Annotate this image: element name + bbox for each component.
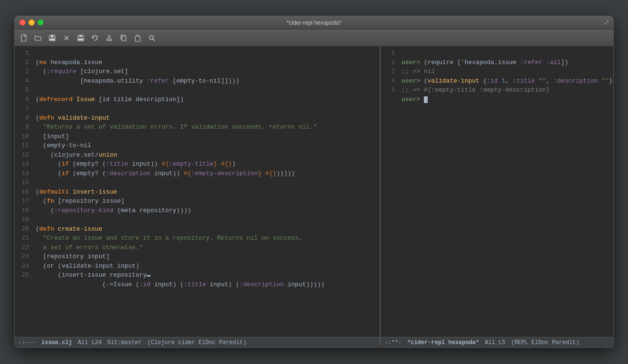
svg-line-12: [108, 35, 109, 39]
right-line-numbers: 12345: [381, 47, 398, 337]
left-pane: 12345 678910 1112131415 1617181920 21222…: [15, 47, 381, 347]
copy-button[interactable]: [117, 32, 130, 44]
minimize-button-tl[interactable]: [28, 19, 35, 26]
right-pane: 12345 user> (require ['hexapoda.issue :r…: [381, 47, 613, 347]
right-position: All L5: [485, 339, 505, 346]
svg-point-10: [107, 39, 109, 41]
svg-line-13: [109, 35, 111, 39]
right-status-bar: -:**- *cider-repl hexapoda* All L5 (REPL…: [381, 337, 613, 347]
svg-rect-7: [79, 35, 82, 37]
window-title: *cider-repl hexapoda*: [287, 19, 341, 26]
svg-rect-0: [21, 35, 26, 41]
undo-button[interactable]: [89, 32, 101, 44]
save-file-button[interactable]: [46, 32, 58, 44]
left-status-bar: -:--- issue.clj All L24 Git:master (Cloj…: [15, 337, 380, 347]
right-status-info: -:**- *cider-repl hexapoda* All L5 (REPL…: [381, 339, 613, 346]
svg-rect-14: [122, 36, 126, 41]
save-as-button[interactable]: *: [75, 32, 87, 44]
left-line-numbers: 12345 678910 1112131415 1617181920 21222…: [15, 47, 32, 337]
expand-icon[interactable]: ⤢: [604, 19, 609, 27]
close-file-button[interactable]: [60, 32, 73, 44]
left-code-content[interactable]: (ns hexapoda.issue (:require [clojure.se…: [32, 47, 380, 337]
svg-text:*: *: [82, 38, 84, 42]
cut-button[interactable]: [103, 32, 115, 44]
left-position: All L24: [78, 339, 102, 346]
right-code-area[interactable]: 12345 user> (require ['hexapoda.issue :r…: [381, 47, 613, 337]
svg-rect-3: [50, 38, 55, 40]
left-branch: Git:master: [107, 339, 141, 346]
paste-button[interactable]: [131, 32, 144, 44]
left-minor-modes: (Clojure cider ElDoc Paredit): [147, 339, 246, 346]
left-mode: -:---: [19, 339, 36, 346]
svg-point-11: [110, 39, 112, 41]
new-file-button[interactable]: [18, 32, 30, 44]
right-filename: *cider-repl hexapoda*: [407, 339, 479, 346]
svg-rect-2: [51, 35, 54, 37]
left-status-info: -:--- issue.clj All L24 Git:master (Cloj…: [15, 339, 380, 346]
svg-rect-15: [135, 36, 140, 41]
main-window: *cider-repl hexapoda* ⤢: [14, 16, 614, 348]
close-button-tl[interactable]: [19, 19, 26, 26]
traffic-lights: [19, 19, 44, 26]
title-bar: *cider-repl hexapoda* ⤢: [15, 16, 613, 29]
left-code-area[interactable]: 12345 678910 1112131415 1617181920 21222…: [15, 47, 380, 337]
right-mode: -:**-: [384, 339, 402, 346]
svg-line-17: [153, 39, 155, 41]
open-file-button[interactable]: [32, 32, 44, 44]
maximize-button-tl[interactable]: [37, 19, 44, 26]
editor-area: 12345 678910 1112131415 1617181920 21222…: [15, 47, 613, 347]
toolbar: *: [15, 29, 613, 47]
left-filename: issue.clj: [41, 339, 72, 346]
right-minor-modes: (REPL ElDoc Paredit): [511, 339, 579, 346]
svg-point-16: [150, 36, 153, 39]
search-button[interactable]: [146, 32, 158, 44]
right-code-content[interactable]: user> (require ['hexapoda.issue :refer :…: [398, 47, 613, 337]
